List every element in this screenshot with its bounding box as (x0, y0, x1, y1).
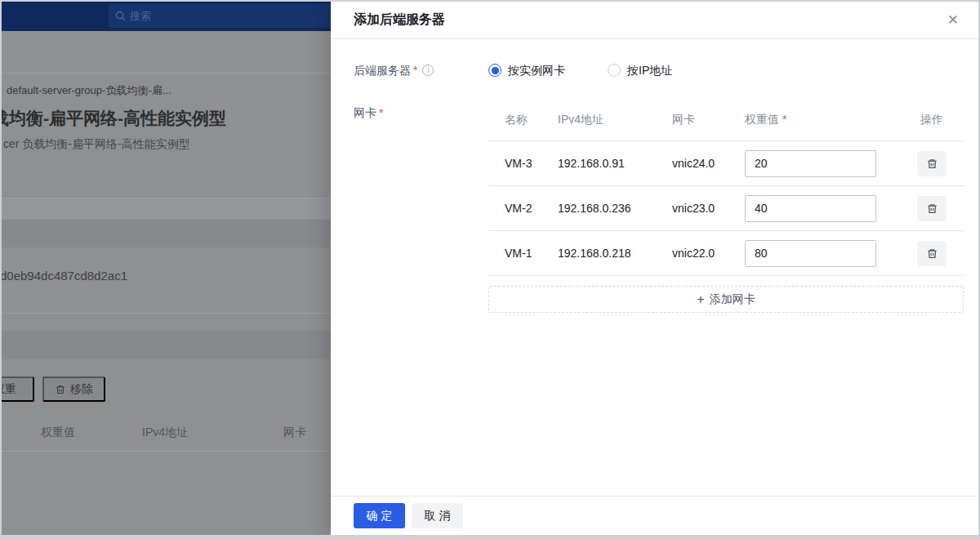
delete-row-button[interactable] (917, 151, 947, 176)
radio-circle-checked (488, 64, 501, 77)
nic-label-text: 网卡 (354, 105, 376, 121)
resource-id: d0eb94dc487cd8d2ac1 (2, 269, 127, 283)
nic-table: 名称 IPv4地址 网卡 权重值 * 操作 VM-3 192.168.0.91 … (488, 105, 964, 313)
nic-table-row: VM-3 192.168.0.91 vnic24.0 (488, 141, 964, 186)
nic-label: 网卡 * (354, 105, 488, 121)
cell-nic: vnic23.0 (672, 202, 745, 215)
trash-icon (926, 203, 938, 215)
col-action: 操作 (900, 113, 964, 127)
breadcrumb: default-server-group-负载均衡-扁... (7, 83, 172, 98)
weight-button[interactable]: 权重 (2, 376, 34, 402)
nic-table-row: VM-2 192.168.0.236 vnic23.0 (488, 186, 964, 231)
section-header-band (2, 331, 332, 359)
cell-weight (745, 150, 900, 177)
weight-input[interactable] (745, 195, 876, 222)
drawer-body: 后端服务器 * i 按实例网卡 按IP地址 网卡 (331, 39, 978, 496)
nic-table-header: 名称 IPv4地址 网卡 权重值 * 操作 (488, 105, 964, 141)
remove-button[interactable]: 移除 (42, 376, 105, 402)
divider (2, 313, 332, 314)
col-weight-text: 权重值 (745, 113, 779, 126)
cancel-button[interactable]: 取 消 (412, 503, 463, 528)
info-icon: i (422, 65, 434, 76)
cell-action (900, 241, 964, 266)
cell-name: VM-1 (505, 247, 558, 260)
global-search-input[interactable]: 搜索 (109, 4, 341, 28)
cell-action (900, 196, 964, 221)
cell-action (900, 151, 964, 176)
trash-icon (926, 158, 938, 170)
plus-icon: + (697, 292, 704, 307)
drawer-header: 添加后端服务器 ✕ (331, 2, 978, 39)
col-ip: IPv4地址 (558, 113, 672, 127)
nic-table-rows: VM-3 192.168.0.91 vnic24.0 VM-2 192.168.… (488, 141, 964, 276)
cell-weight (745, 195, 900, 222)
add-backend-server-drawer: 添加后端服务器 ✕ 后端服务器 * i 按实例网卡 按IP地址 (331, 2, 978, 535)
delete-row-button[interactable] (917, 196, 947, 221)
bg-col-nic: 网卡 (283, 425, 306, 440)
backend-server-row: 后端服务器 * i 按实例网卡 按IP地址 (354, 62, 964, 78)
page-title: 载均衡-扁平网络-高性能实例型 (2, 107, 226, 130)
divider (2, 451, 332, 452)
col-weight: 权重值 * (745, 113, 900, 127)
radio-circle-unchecked (608, 64, 621, 77)
required-mark: * (782, 113, 786, 126)
delete-row-button[interactable] (917, 241, 947, 266)
search-icon (115, 11, 126, 21)
col-name: 名称 (505, 113, 558, 127)
weight-input[interactable] (745, 150, 876, 177)
cell-nic: vnic24.0 (672, 157, 745, 170)
radio-label: 按实例网卡 (508, 62, 565, 78)
cell-name: VM-2 (505, 202, 558, 215)
cell-name: VM-3 (505, 157, 558, 170)
tab-band (2, 220, 332, 247)
required-mark: * (379, 105, 383, 121)
bg-col-ip: IPv4地址 (142, 425, 188, 440)
section-band (2, 198, 332, 219)
radio-by-ip-address[interactable]: 按IP地址 (608, 62, 672, 78)
col-nic: 网卡 (672, 113, 745, 127)
confirm-button[interactable]: 确 定 (354, 503, 405, 528)
nic-table-row: VM-1 192.168.0.218 vnic22.0 (488, 231, 964, 276)
screenshot-frame: 搜索 default-server-group-负载均衡-扁... 载均衡-扁平… (0, 0, 980, 539)
search-placeholder: 搜索 (130, 9, 151, 24)
cell-ip: 192.168.0.218 (558, 247, 672, 260)
add-nic-button[interactable]: + 添加网卡 (488, 286, 964, 313)
radio-label: 按IP地址 (627, 62, 672, 78)
cell-ip: 192.168.0.91 (558, 157, 672, 170)
viewport: 搜索 default-server-group-负载均衡-扁... 载均衡-扁平… (2, 2, 978, 535)
close-icon[interactable]: ✕ (944, 10, 962, 30)
cell-ip: 192.168.0.236 (558, 202, 672, 215)
radio-by-instance-nic[interactable]: 按实例网卡 (488, 62, 565, 78)
divider (2, 73, 332, 74)
backend-label-text: 后端服务器 (354, 62, 411, 78)
add-nic-label: 添加网卡 (710, 292, 755, 307)
drawer-footer: 确 定 取 消 (331, 496, 978, 535)
remove-button-label: 移除 (70, 382, 93, 397)
cell-weight (745, 240, 900, 267)
cell-nic: vnic22.0 (672, 247, 745, 260)
weight-button-label: 权重 (2, 382, 16, 397)
drawer-title: 添加后端服务器 (354, 11, 445, 29)
required-mark: * (413, 62, 417, 78)
page-subtitle: cer 负载均衡-扁平网络-高性能实例型 (3, 137, 190, 152)
backend-server-label: 后端服务器 * i (354, 62, 488, 78)
backend-type-radio-group: 按实例网卡 按IP地址 (488, 62, 964, 78)
trash-icon (926, 247, 938, 260)
weight-input[interactable] (745, 240, 876, 267)
trash-icon (55, 384, 66, 395)
bg-col-weight: 权重值 (41, 425, 75, 440)
nic-row: 网卡 * 名称 IPv4地址 网卡 权重值 * 操作 V (354, 105, 964, 313)
